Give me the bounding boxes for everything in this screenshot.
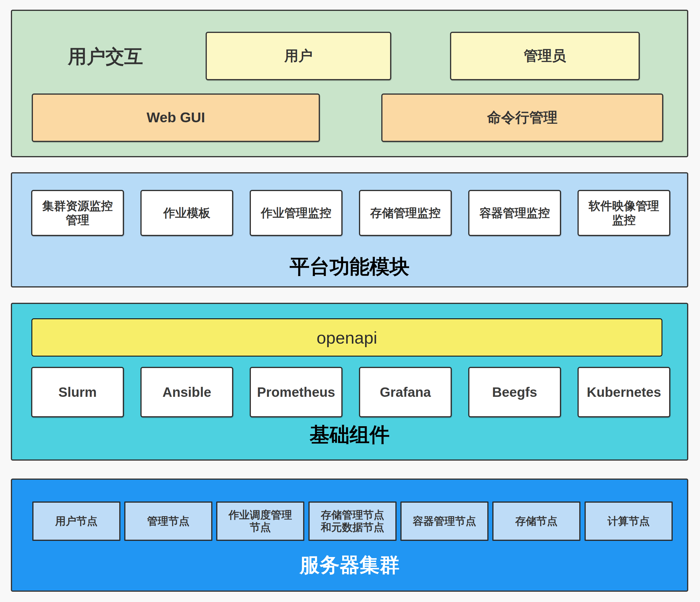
component-label: Slurm (58, 384, 97, 400)
box-cli-management-label: 命令行管理 (487, 110, 557, 126)
node-box-job-scheduling-node: 作业调度管理 节点 (216, 502, 304, 541)
box-user: 用户 (206, 32, 391, 80)
module-box-cluster-resource-monitor: 集群资源监控 管理 (31, 190, 124, 236)
module-label: 软件映像管理 监控 (589, 199, 659, 226)
node-label: 存储管理节点 和元数据节点 (321, 509, 384, 534)
node-box-container-management-node: 容器管理节点 (400, 502, 489, 541)
node-box-management-node: 管理节点 (124, 502, 212, 541)
module-label: 存储管理监控 (370, 206, 441, 220)
module-label: 作业模板 (163, 206, 210, 220)
layer-user-interaction: 用户交互 用户 管理员 Web GUI 命令行管理 (11, 10, 688, 157)
box-admin-label: 管理员 (524, 48, 566, 64)
component-box-grafana: Grafana (359, 367, 452, 417)
component-label: Grafana (380, 384, 431, 400)
layer-title-base-components: 基础组件 (12, 422, 687, 448)
component-box-kubernetes: Kubernetes (577, 367, 670, 417)
component-box-slurm: Slurm (31, 367, 124, 417)
node-label: 存储节点 (515, 515, 557, 527)
module-label: 集群资源监控 管理 (42, 199, 113, 226)
component-box-beegfs: Beegfs (468, 367, 561, 417)
layer-base-components: openapi Slurm Ansible Prometheus Grafana… (11, 303, 688, 461)
module-box-container-management-monitor: 容器管理监控 (468, 190, 561, 236)
node-box-storage-node: 存储节点 (492, 502, 580, 541)
component-label: Kubernetes (586, 384, 661, 400)
module-label: 作业管理监控 (261, 206, 331, 220)
module-box-job-management-monitor: 作业管理监控 (250, 190, 343, 236)
openapi-label: openapi (317, 328, 377, 347)
layer-server-cluster: 用户节点 管理节点 作业调度管理 节点 存储管理节点 和元数据节点 容器管理节点… (11, 479, 688, 592)
node-box-user-node: 用户节点 (32, 502, 120, 541)
layer-title-platform-modules: 平台功能模块 (12, 254, 687, 280)
node-label: 容器管理节点 (413, 515, 476, 527)
box-cli-management: 命令行管理 (381, 94, 663, 142)
layer-platform-modules: 集群资源监控 管理 作业模板 作业管理监控 存储管理监控 容器管理监控 软件映像… (11, 172, 688, 287)
box-web-gui: Web GUI (32, 94, 320, 142)
component-label: Beegfs (492, 384, 537, 400)
layer-title-user-interaction: 用户交互 (68, 44, 143, 69)
box-web-gui-label: Web GUI (147, 110, 205, 126)
node-label: 用户节点 (55, 515, 98, 527)
component-label: Ansible (162, 384, 211, 400)
module-label: 容器管理监控 (479, 206, 550, 220)
openapi-bar: openapi (31, 318, 662, 357)
node-label: 计算节点 (607, 515, 650, 527)
module-box-software-image-monitor: 软件映像管理 监控 (577, 190, 670, 236)
component-box-prometheus: Prometheus (250, 367, 343, 417)
architecture-diagram: 用户交互 用户 管理员 Web GUI 命令行管理 集群资源监控 管理 作业模板… (0, 0, 700, 602)
layer-title-server-cluster: 服务器集群 (12, 552, 687, 578)
node-label: 管理节点 (147, 515, 190, 527)
component-box-ansible: Ansible (141, 367, 233, 417)
component-label: Prometheus (257, 384, 335, 400)
box-admin: 管理员 (450, 32, 640, 80)
node-box-compute-node: 计算节点 (584, 502, 673, 541)
node-box-storage-metadata-node: 存储管理节点 和元数据节点 (308, 502, 397, 541)
box-user-label: 用户 (284, 48, 312, 64)
module-box-job-template: 作业模板 (141, 190, 233, 236)
module-box-storage-management-monitor: 存储管理监控 (359, 190, 452, 236)
node-label: 作业调度管理 节点 (228, 509, 292, 534)
